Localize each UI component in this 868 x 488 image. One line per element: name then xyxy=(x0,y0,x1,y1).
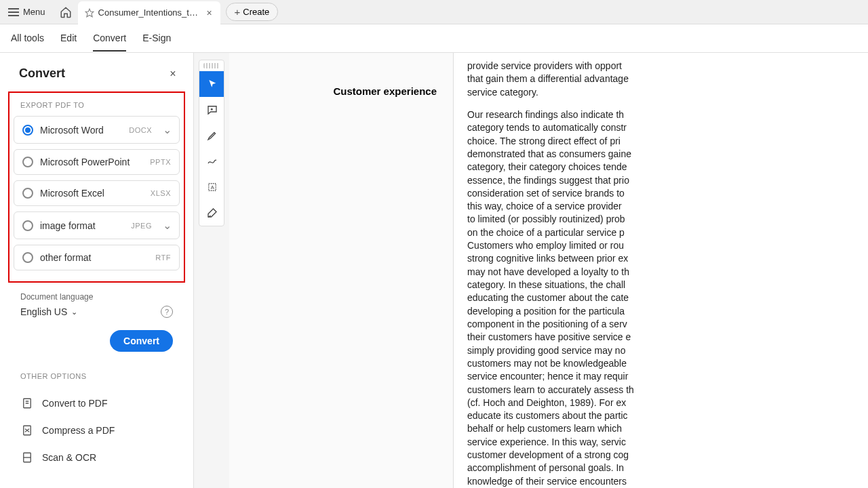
radio-icon xyxy=(22,252,33,263)
section-heading: Customer experience xyxy=(229,85,453,97)
page-left-column: Customer experience xyxy=(229,53,453,488)
other-section-label: OTHER OPTIONS xyxy=(20,372,173,380)
sign-tool[interactable] xyxy=(199,200,224,226)
svg-text:A: A xyxy=(211,184,214,190)
plus-icon: + xyxy=(235,6,241,18)
option-label: image format xyxy=(40,220,124,231)
vertical-toolbar-wrap: A xyxy=(194,53,229,488)
hamburger-icon xyxy=(8,8,19,16)
tab-all-tools[interactable]: All tools xyxy=(11,26,44,52)
highlight-icon xyxy=(206,129,218,142)
highlight-tool[interactable] xyxy=(199,123,224,148)
option-ext: DOCX xyxy=(129,126,152,134)
tab-close-button[interactable]: × xyxy=(204,7,215,18)
toolbar-drag-handle[interactable] xyxy=(203,63,220,68)
document-text-body: Our research findings also indicate th c… xyxy=(467,108,868,488)
language-value: English US xyxy=(20,306,67,317)
comment-icon xyxy=(206,104,218,116)
star-icon xyxy=(85,8,94,18)
option-ext: PPTX xyxy=(150,158,171,166)
tab-convert[interactable]: Convert xyxy=(93,26,126,52)
document-tab[interactable]: Consumer_Intentions_to... × xyxy=(78,1,220,24)
export-options-highlight: EXPORT PDF TO Microsoft Word DOCX ⌄ Micr… xyxy=(8,92,185,283)
titlebar: Menu Consumer_Intentions_to... × + Creat… xyxy=(0,0,868,24)
document-text-top: provide service providers with opport th… xyxy=(467,60,868,99)
tab-edit[interactable]: Edit xyxy=(60,26,77,52)
chevron-down-icon: ⌄ xyxy=(163,219,171,232)
doc-lang-label: Document language xyxy=(20,292,173,302)
tab-esign[interactable]: E-Sign xyxy=(142,26,171,52)
sign-icon xyxy=(206,207,218,219)
home-icon xyxy=(60,6,72,18)
document-page: provide service providers with opport th… xyxy=(453,53,868,488)
option-ext: XLSX xyxy=(151,189,171,197)
text-select-tool[interactable]: A xyxy=(199,174,224,200)
radio-selected-icon xyxy=(22,125,33,136)
chevron-down-icon: ⌄ xyxy=(163,123,171,136)
document-language-section: Document language English US ⌄ ? xyxy=(0,283,193,318)
create-label: Create xyxy=(243,7,269,17)
comment-tool[interactable] xyxy=(199,97,224,123)
convert-panel: Convert × EXPORT PDF TO Microsoft Word D… xyxy=(0,53,194,488)
convert-to-pdf-item[interactable]: Convert to PDF xyxy=(20,390,173,417)
tab-title: Consumer_Intentions_to... xyxy=(98,7,200,18)
export-option-powerpoint[interactable]: Microsoft PowerPoint PPTX xyxy=(14,149,180,175)
document-viewport[interactable]: Customer experience provide service prov… xyxy=(229,53,868,488)
compress-pdf-icon xyxy=(20,424,34,437)
menu-button[interactable]: Menu xyxy=(0,0,54,24)
export-option-other[interactable]: other format RTF xyxy=(14,245,180,270)
tool-tabs: All tools Edit Convert E-Sign xyxy=(0,24,868,53)
convert-button[interactable]: Convert xyxy=(110,330,173,352)
other-item-label: Scan & OCR xyxy=(42,452,96,463)
chevron-down-icon: ⌄ xyxy=(71,308,77,317)
select-tool[interactable] xyxy=(199,71,224,97)
other-item-label: Compress a PDF xyxy=(42,425,115,436)
draw-tool[interactable] xyxy=(199,148,224,174)
draw-icon xyxy=(206,155,218,167)
close-panel-button[interactable]: × xyxy=(166,67,180,81)
svg-marker-0 xyxy=(85,9,94,17)
compress-pdf-item[interactable]: Compress a PDF xyxy=(20,417,173,444)
other-options-section: OTHER OPTIONS Convert to PDF Compress a … xyxy=(0,352,193,471)
menu-label: Menu xyxy=(23,7,45,17)
language-select[interactable]: English US ⌄ xyxy=(20,306,77,317)
scan-ocr-item[interactable]: Scan & OCR xyxy=(20,444,173,471)
export-section-label: EXPORT PDF TO xyxy=(20,101,180,109)
export-option-excel[interactable]: Microsoft Excel XLSX xyxy=(14,180,180,206)
main-area: Convert × EXPORT PDF TO Microsoft Word D… xyxy=(0,53,868,488)
vertical-toolbar: A xyxy=(199,60,224,226)
cursor-icon xyxy=(207,79,218,89)
option-ext: RTF xyxy=(155,253,171,262)
help-button[interactable]: ? xyxy=(161,306,173,318)
radio-icon xyxy=(22,220,33,231)
panel-title: Convert xyxy=(19,66,65,81)
text-select-icon: A xyxy=(206,181,218,193)
create-button[interactable]: + Create xyxy=(226,3,279,21)
export-option-image[interactable]: image format JPEG ⌄ xyxy=(14,211,180,239)
radio-icon xyxy=(22,188,33,199)
radio-icon xyxy=(22,157,33,167)
export-option-word[interactable]: Microsoft Word DOCX ⌄ xyxy=(14,116,180,144)
convert-pdf-icon xyxy=(20,396,34,410)
home-button[interactable] xyxy=(54,0,78,24)
other-item-label: Convert to PDF xyxy=(42,398,107,409)
option-label: Microsoft PowerPoint xyxy=(40,157,143,167)
option-label: Microsoft Word xyxy=(40,125,122,136)
option-label: other format xyxy=(40,252,149,263)
scan-ocr-icon xyxy=(20,451,34,464)
option-label: Microsoft Excel xyxy=(40,188,144,199)
option-ext: JPEG xyxy=(131,222,152,230)
